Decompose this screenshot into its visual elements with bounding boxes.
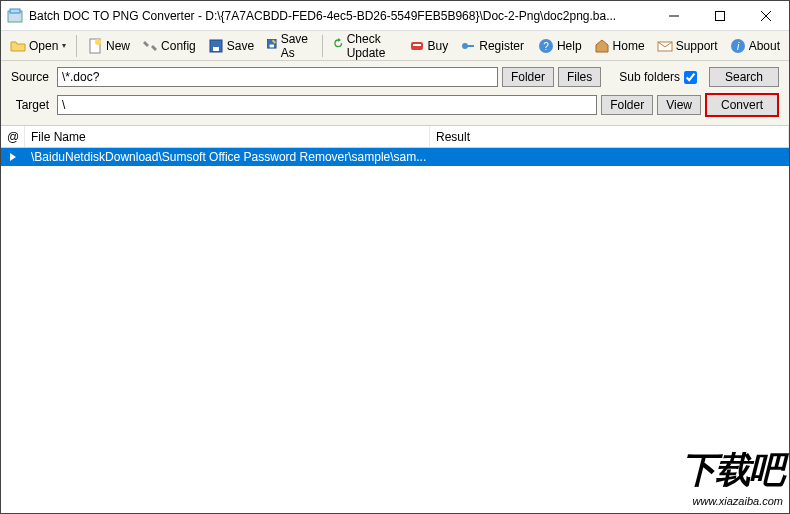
register-button[interactable]: Register: [455, 35, 529, 57]
about-button[interactable]: i About: [725, 35, 785, 57]
home-button[interactable]: Home: [589, 35, 650, 57]
window-title: Batch DOC TO PNG Converter - D:\{7A7ACBD…: [29, 9, 651, 23]
save-button[interactable]: Save: [203, 35, 259, 57]
target-input[interactable]: [57, 95, 597, 115]
svg-point-7: [95, 39, 101, 45]
refresh-icon: [333, 38, 344, 54]
separator: [76, 35, 77, 57]
col-at[interactable]: @: [1, 126, 25, 147]
buy-button[interactable]: Buy: [404, 35, 454, 57]
cart-icon: [409, 38, 425, 54]
config-button[interactable]: Config: [137, 35, 201, 57]
window-controls: [651, 1, 789, 30]
form-area: Source Folder Files Sub folders Search T…: [1, 61, 789, 126]
source-input[interactable]: [57, 67, 498, 87]
col-result[interactable]: Result: [430, 126, 789, 147]
help-button[interactable]: ? Help: [533, 35, 587, 57]
home-icon: [594, 38, 610, 54]
main-toolbar: Open ▾ New Config Save Save As Check Upd…: [1, 31, 789, 61]
floppy-icon: [208, 38, 224, 54]
source-label: Source: [11, 70, 49, 84]
watermark-url: www.xiazaiba.com: [681, 495, 783, 507]
table-body: \BaiduNetdiskDownload\Sumsoft Office Pas…: [1, 148, 789, 166]
target-view-button[interactable]: View: [657, 95, 701, 115]
folder-open-icon: [10, 38, 26, 54]
key-icon: [460, 38, 476, 54]
help-icon: ?: [538, 38, 554, 54]
row-file-name: \BaiduNetdiskDownload\Sumsoft Office Pas…: [25, 150, 430, 164]
watermark: 下载吧 www.xiazaiba.com: [681, 446, 783, 507]
floppy-edit-icon: [266, 38, 278, 54]
source-files-button[interactable]: Files: [558, 67, 601, 87]
svg-rect-15: [467, 45, 474, 47]
svg-text:?: ?: [543, 41, 549, 52]
tools-icon: [142, 38, 158, 54]
svg-rect-9: [213, 47, 219, 51]
new-file-icon: [87, 38, 103, 54]
sub-folders-label: Sub folders: [619, 70, 680, 84]
support-button[interactable]: Support: [652, 35, 723, 57]
svg-rect-3: [716, 12, 725, 21]
app-icon: [7, 8, 23, 24]
title-bar: Batch DOC TO PNG Converter - D:\{7A7ACBD…: [1, 1, 789, 31]
target-folder-button[interactable]: Folder: [601, 95, 653, 115]
mail-icon: [657, 38, 673, 54]
info-icon: i: [730, 38, 746, 54]
svg-rect-13: [413, 44, 421, 46]
search-button[interactable]: Search: [709, 67, 779, 87]
new-button[interactable]: New: [82, 35, 135, 57]
chevron-down-icon: ▾: [62, 41, 66, 50]
maximize-button[interactable]: [697, 1, 743, 31]
close-button[interactable]: [743, 1, 789, 31]
row-arrow-icon: [1, 153, 25, 161]
open-button[interactable]: Open ▾: [5, 35, 71, 57]
target-row: Target Folder View Convert: [11, 93, 779, 117]
minimize-button[interactable]: [651, 1, 697, 31]
watermark-text: 下载吧: [681, 446, 783, 495]
separator: [322, 35, 323, 57]
source-row: Source Folder Files Sub folders Search: [11, 67, 779, 87]
check-update-button[interactable]: Check Update: [328, 29, 401, 63]
svg-rect-1: [10, 9, 20, 13]
svg-rect-11: [270, 44, 274, 47]
convert-button[interactable]: Convert: [705, 93, 779, 117]
table-row[interactable]: \BaiduNetdiskDownload\Sumsoft Office Pas…: [1, 148, 789, 166]
sub-folders-option[interactable]: Sub folders: [619, 70, 697, 84]
save-as-button[interactable]: Save As: [261, 29, 317, 63]
col-file-name[interactable]: File Name: [25, 126, 430, 147]
sub-folders-checkbox[interactable]: [684, 71, 697, 84]
table-header: @ File Name Result: [1, 126, 789, 148]
target-label: Target: [11, 98, 49, 112]
source-folder-button[interactable]: Folder: [502, 67, 554, 87]
